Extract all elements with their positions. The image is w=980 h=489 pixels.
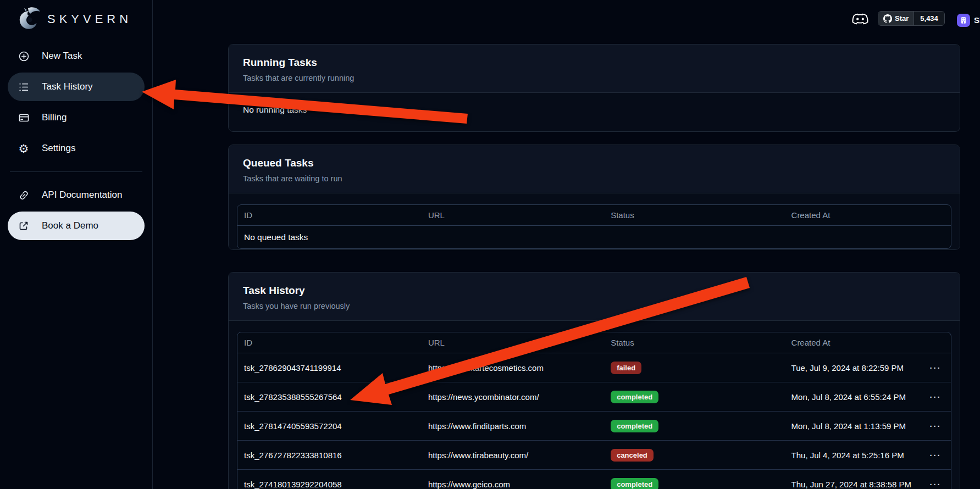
task-history-table: ID URL Status Created At tsk_27862904374… xyxy=(237,332,951,489)
card-title: Queued Tasks xyxy=(243,157,945,169)
sidebar-item-new-task[interactable]: New Task xyxy=(8,42,145,70)
row-actions-button[interactable]: ··· xyxy=(920,363,951,373)
task-created-at: Mon, Jul 8, 2024 at 6:55:24 PM xyxy=(785,392,920,402)
task-history-header: Task History Tasks you have run previous… xyxy=(229,273,960,321)
status-badge: failed xyxy=(611,362,641,374)
task-id: tsk_274180139292204058 xyxy=(237,480,422,489)
task-created-at: Tue, Jul 9, 2024 at 8:22:59 PM xyxy=(785,363,920,373)
github-star-label: Star xyxy=(895,14,909,23)
sidebar-item-label: New Task xyxy=(42,51,82,62)
sidebar-item-billing[interactable]: Billing xyxy=(8,103,145,132)
task-created-at: Mon, Jul 8, 2024 at 1:13:59 PM xyxy=(785,421,920,431)
column-header-created-at: Created At xyxy=(785,338,920,347)
column-header-url: URL xyxy=(422,210,604,220)
plus-circle-icon xyxy=(18,50,30,62)
task-row[interactable]: tsk_276727822333810816 https://www.tirab… xyxy=(237,441,951,470)
row-actions-button[interactable]: ··· xyxy=(920,421,951,431)
sidebar-item-label: Book a Demo xyxy=(42,220,98,231)
queued-empty-row: No queued tasks xyxy=(237,226,951,248)
sidebar-nav: New Task Task History Billing ⚙ Settings xyxy=(0,34,152,240)
brand-name: SKYVERN xyxy=(47,12,132,26)
organization-building-icon xyxy=(960,16,967,24)
logo: SKYVERN xyxy=(0,0,152,34)
task-created-at: Thu, Jun 27, 2024 at 8:38:58 PM xyxy=(785,480,920,489)
running-tasks-empty: No running tasks xyxy=(229,93,960,127)
topbar: Star 5,434 Sk xyxy=(153,0,980,33)
table-header-row: ID URL Status Created At xyxy=(237,205,951,226)
sidebar-item-api-documentation[interactable]: API Documentation xyxy=(8,181,145,209)
task-url: https://www.tartecosmetics.com xyxy=(422,363,604,373)
sidebar-item-task-history[interactable]: Task History xyxy=(8,73,145,101)
task-id: tsk_278629043741199914 xyxy=(237,363,422,373)
sidebar-item-settings[interactable]: ⚙ Settings xyxy=(8,134,145,163)
avatar[interactable] xyxy=(957,14,970,27)
external-link-icon xyxy=(18,220,30,232)
task-row[interactable]: tsk_274180139292204058 https://www.geico… xyxy=(237,470,951,489)
running-tasks-card: Running Tasks Tasks that are currently r… xyxy=(228,44,960,132)
task-url: https://www.tirabeauty.com/ xyxy=(422,451,604,460)
task-history-card: Task History Tasks you have run previous… xyxy=(228,272,960,489)
column-header-status: Status xyxy=(604,210,784,220)
row-actions-button[interactable]: ··· xyxy=(920,480,951,489)
task-id: tsk_278147405593572204 xyxy=(237,421,422,431)
sidebar: SKYVERN New Task Task History xyxy=(0,0,153,489)
github-star-count: 5,434 xyxy=(913,12,944,25)
task-url: https://www.finditparts.com xyxy=(422,421,604,431)
task-row[interactable]: tsk_278147405593572204 https://www.findi… xyxy=(237,412,951,441)
github-star-widget[interactable]: Star 5,434 xyxy=(878,11,945,26)
table-header-row: ID URL Status Created At xyxy=(237,332,951,353)
queued-tasks-table: ID URL Status Created At No queued tasks xyxy=(237,204,951,249)
github-star-button[interactable]: Star xyxy=(878,12,913,25)
gear-icon: ⚙ xyxy=(18,142,30,154)
sidebar-item-label: Settings xyxy=(42,143,75,154)
sidebar-divider xyxy=(10,171,142,172)
running-tasks-header: Running Tasks Tasks that are currently r… xyxy=(229,45,960,93)
status-badge: completed xyxy=(611,478,658,489)
task-url: https://news.ycombinator.com/ xyxy=(422,392,604,402)
row-actions-button[interactable]: ··· xyxy=(920,392,951,402)
status-badge: completed xyxy=(611,420,658,432)
sidebar-item-label: Task History xyxy=(42,81,93,92)
card-title: Task History xyxy=(243,285,945,297)
sidebar-item-label: Billing xyxy=(42,112,67,123)
task-created-at: Thu, Jul 4, 2024 at 5:25:16 PM xyxy=(785,451,920,460)
empty-text: No queued tasks xyxy=(237,232,951,242)
task-id: tsk_278235388555267564 xyxy=(237,392,422,402)
credit-card-icon xyxy=(18,112,30,124)
list-icon xyxy=(18,81,30,93)
status-badge: completed xyxy=(611,391,658,403)
queued-tasks-card: Queued Tasks Tasks that are waiting to r… xyxy=(228,145,960,250)
github-octocat-icon xyxy=(883,14,892,23)
task-row[interactable]: tsk_278629043741199914 https://www.tarte… xyxy=(237,353,951,382)
queued-tasks-header: Queued Tasks Tasks that are waiting to r… xyxy=(229,145,960,193)
card-subtitle: Tasks that are waiting to run xyxy=(243,174,945,183)
column-header-created-at: Created At xyxy=(785,210,951,220)
skyvern-dragon-logo-icon xyxy=(15,7,42,32)
column-header-id: ID xyxy=(237,210,422,220)
task-row[interactable]: tsk_278235388555267564 https://news.ycom… xyxy=(237,382,951,412)
task-url: https://www.geico.com xyxy=(422,480,604,489)
task-id: tsk_276727822333810816 xyxy=(237,451,422,460)
column-header-id: ID xyxy=(237,338,422,347)
card-subtitle: Tasks you have run previously xyxy=(243,302,945,310)
link-icon xyxy=(18,189,30,201)
column-header-url: URL xyxy=(422,338,604,347)
row-actions-button[interactable]: ··· xyxy=(920,451,951,460)
column-header-status: Status xyxy=(604,338,784,347)
user-name: Sk xyxy=(974,15,980,25)
sidebar-item-label: API Documentation xyxy=(42,190,122,201)
status-badge: canceled xyxy=(611,449,654,462)
app-root: SKYVERN New Task Task History xyxy=(0,0,980,489)
card-title: Running Tasks xyxy=(243,57,945,69)
sidebar-item-book-a-demo[interactable]: Book a Demo xyxy=(8,212,145,240)
discord-icon[interactable] xyxy=(851,12,869,25)
card-subtitle: Tasks that are currently running xyxy=(243,74,945,82)
